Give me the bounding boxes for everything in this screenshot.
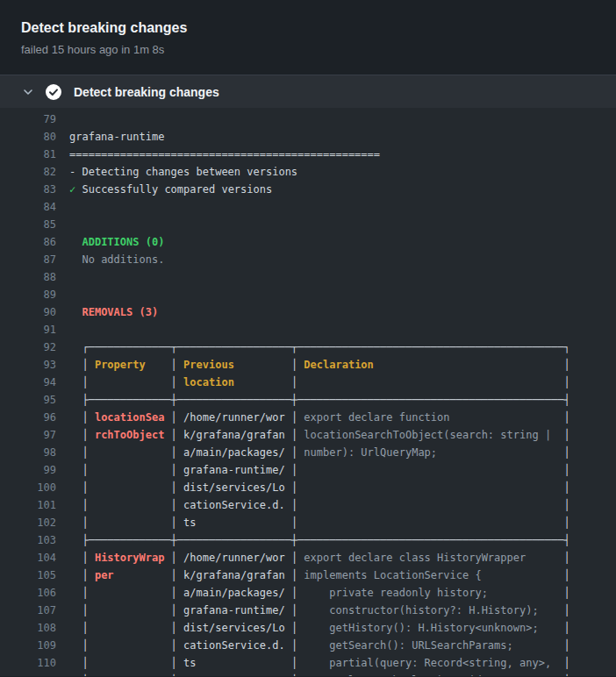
log-line-content: - Detecting changes between versions (56, 163, 297, 181)
log-text-segment: │ (564, 464, 570, 476)
log-text-segment: │ (69, 359, 89, 371)
line-number[interactable]: 94 (0, 374, 56, 391)
log-line-content: grafana-runtime (56, 128, 164, 146)
log-text-segment: │ (171, 569, 177, 581)
chevron-down-icon[interactable] (23, 87, 33, 97)
log-line: 111 │ │ │ replace?: boolean): void; │ (0, 672, 616, 676)
line-number[interactable]: 111 (0, 672, 56, 676)
log-text-segment: ts (177, 517, 291, 529)
line-number[interactable]: 88 (0, 268, 56, 286)
log-text-segment: ┌─────────────┬──────────────────┬──────… (69, 341, 570, 353)
log-text-segment (89, 376, 171, 388)
log-line: 109 │ │ cationService.d. │ getSearch(): … (0, 637, 616, 654)
log-text-segment (177, 674, 291, 676)
line-number[interactable]: 108 (0, 619, 56, 637)
line-number[interactable]: 89 (0, 286, 56, 303)
log-text-segment: │ (564, 481, 570, 494)
line-number[interactable]: 105 (0, 567, 56, 584)
log-text-segment: │ (69, 674, 89, 676)
line-number[interactable]: 79 (0, 110, 56, 128)
log-text-segment: /home/runner/wor (177, 411, 291, 424)
log-line: 101 │ │ cationService.d. │ │ (0, 496, 616, 514)
line-number[interactable]: 104 (0, 549, 56, 567)
line-number[interactable]: 92 (0, 338, 56, 356)
line-number[interactable]: 81 (0, 146, 56, 163)
line-number[interactable]: 84 (0, 198, 56, 216)
log-line: 104 │ HistoryWrap │ /home/runner/wor │ e… (0, 549, 616, 567)
log-line-content: │ per │ k/grafana/grafan │ implements Lo… (56, 567, 570, 584)
line-number[interactable]: 99 (0, 461, 56, 479)
line-number[interactable]: 85 (0, 216, 56, 233)
step-header[interactable]: Detect breaking changes (0, 75, 616, 108)
log-text-segment: │ (564, 569, 570, 581)
line-number[interactable]: 102 (0, 514, 56, 531)
log-text-segment: a/main/packages/ (177, 587, 291, 599)
log-text-segment: │ (69, 481, 89, 494)
line-number[interactable]: 103 (0, 531, 56, 549)
line-number[interactable]: 100 (0, 479, 56, 496)
log-line: 97 │ rchToObject │ k/grafana/grafan │ lo… (0, 426, 616, 444)
line-number[interactable]: 83 (0, 181, 56, 198)
line-number[interactable]: 95 (0, 391, 56, 409)
log-line: 107 │ │ grafana-runtime/ │ constructor(h… (0, 602, 616, 619)
log-line-content: │ │ cationService.d. │ getSearch(): URLS… (56, 637, 570, 654)
log-text-segment: partial(query: Record<string, any>, (297, 657, 563, 669)
log-line: 106 │ │ a/main/packages/ │ private reado… (0, 584, 616, 602)
log-text-segment: k/grafana/grafan (177, 569, 291, 581)
log-text-segment (89, 481, 171, 494)
line-number[interactable]: 93 (0, 356, 56, 374)
log-text-segment (297, 517, 563, 529)
log-line-content: │ Property │ Previous │ Declaration │ (56, 356, 570, 374)
log-text-segment: │ (69, 569, 89, 581)
line-number[interactable]: 106 (0, 584, 56, 602)
log-text-segment: grafana-runtime/ (177, 604, 291, 616)
log-line-content: │ │ cationService.d. │ │ (56, 496, 570, 514)
log-text-segment: replace?: boolean): void; (297, 674, 563, 676)
log-line: 100 │ │ dist/services/Lo │ │ (0, 479, 616, 496)
line-number[interactable]: 86 (0, 233, 56, 251)
log-line: 94 │ │ location │ │ (0, 374, 616, 391)
log-text-segment: │ (171, 446, 177, 459)
log-text-segment: │ (171, 517, 177, 529)
log-text-segment (69, 253, 82, 266)
log-text-segment (89, 622, 171, 634)
log-text-segment (89, 604, 171, 616)
line-number[interactable]: 80 (0, 128, 56, 146)
log-text-segment (69, 236, 82, 248)
log-line: 110 │ │ ts │ partial(query: Record<strin… (0, 654, 616, 672)
log-text-segment: │ (69, 464, 89, 476)
log-line: 81======================================… (0, 146, 616, 163)
log-text-segment: │ (69, 517, 89, 529)
line-number[interactable]: 109 (0, 637, 56, 654)
line-number[interactable]: 101 (0, 496, 56, 514)
log-text-segment: ========================================… (69, 148, 380, 160)
log-text-segment: locationSea (89, 411, 171, 424)
log-text-segment: │ (69, 587, 89, 599)
line-number[interactable]: 82 (0, 163, 56, 181)
log-text-segment (89, 587, 171, 599)
line-number[interactable]: 97 (0, 426, 56, 444)
line-number[interactable]: 110 (0, 654, 56, 672)
log-line: 92 ┌─────────────┬──────────────────┬───… (0, 338, 616, 356)
log-text-segment: No additions. (82, 253, 164, 266)
log-line-content: ✓ Successfully compared versions (56, 181, 272, 198)
log-text-segment: /home/runner/wor (177, 552, 291, 564)
log-text-segment: │ (171, 587, 177, 599)
line-number[interactable]: 90 (0, 303, 56, 321)
step-title: Detect breaking changes (74, 85, 219, 99)
log-text-segment: HistoryWrap (89, 552, 171, 564)
log-text-segment: │ (171, 552, 177, 564)
line-number[interactable]: 91 (0, 321, 56, 338)
line-number[interactable]: 107 (0, 602, 56, 619)
log-text-segment: │ (564, 552, 570, 564)
log-viewer: 7980grafana-runtime81===================… (0, 108, 616, 676)
log-text-segment: │ (171, 464, 177, 476)
line-number[interactable]: 98 (0, 444, 56, 461)
log-text-segment: a/main/packages/ (177, 446, 291, 459)
log-line: 85 (0, 216, 616, 233)
line-number[interactable]: 87 (0, 251, 56, 268)
log-text-segment: │ (171, 429, 177, 441)
log-text-segment (297, 464, 563, 476)
log-text-segment: Property (89, 359, 171, 371)
line-number[interactable]: 96 (0, 409, 56, 426)
